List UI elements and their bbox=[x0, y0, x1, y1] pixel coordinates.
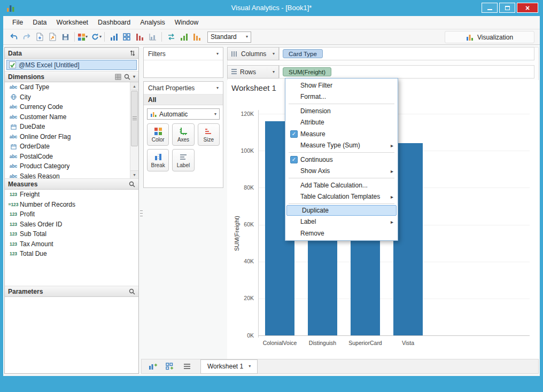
undo-button[interactable] bbox=[7, 31, 20, 43]
swap-axes-icon bbox=[167, 33, 175, 41]
sheet-sorter-button[interactable] bbox=[181, 363, 193, 370]
new-dashboard-button[interactable] bbox=[164, 363, 176, 370]
menu-analysis[interactable]: Analysis bbox=[135, 17, 170, 28]
maximize-button[interactable] bbox=[499, 3, 515, 13]
scroll-down-icon[interactable]: ▼ bbox=[130, 170, 138, 178]
measure-sub-total[interactable]: 123Sub Total bbox=[5, 229, 138, 239]
menu-item-duplicate[interactable]: Duplicate bbox=[286, 205, 397, 216]
descending-bars-button[interactable] bbox=[133, 31, 146, 43]
menu-separator bbox=[289, 104, 394, 104]
dropdown-caret-icon: ▾ bbox=[86, 35, 88, 39]
measure-sales-order-id[interactable]: 123Sales Order ID bbox=[5, 219, 138, 230]
refresh-data-button[interactable]: ▾ bbox=[91, 33, 102, 41]
swap-axes-button[interactable] bbox=[165, 31, 177, 43]
measure-profit[interactable]: 123Profit bbox=[5, 209, 138, 219]
scroll-up-icon[interactable]: ▲ bbox=[130, 82, 138, 90]
menu-item-label[interactable]: Label▸ bbox=[285, 216, 398, 228]
rows-icon bbox=[231, 69, 237, 75]
menu-item-attribute[interactable]: Attribute bbox=[285, 117, 398, 129]
view-data-table-icon[interactable] bbox=[115, 74, 121, 80]
rows-shelf[interactable]: SUM(Freight) bbox=[279, 65, 534, 79]
pill-card-type[interactable]: Card Type bbox=[283, 49, 323, 58]
search-icon[interactable] bbox=[129, 288, 135, 295]
menu-item-add-table-calculation[interactable]: Add Table Calculation... bbox=[285, 179, 398, 191]
open-button[interactable] bbox=[46, 31, 59, 43]
redo-button[interactable] bbox=[20, 31, 33, 43]
dropdown-caret-icon[interactable]: ▾ bbox=[133, 75, 135, 79]
abc-icon: abc bbox=[10, 163, 18, 169]
label-button[interactable]: Label bbox=[172, 149, 194, 171]
measure-tax-amount[interactable]: 123Tax Amount bbox=[5, 239, 138, 249]
size-button[interactable]: Size bbox=[198, 123, 220, 146]
pill-sum-freight[interactable]: SUM(Freight) bbox=[283, 67, 331, 76]
sort-ascending-button[interactable] bbox=[177, 31, 190, 43]
dimension-city[interactable]: City bbox=[5, 92, 138, 103]
save-button[interactable] bbox=[59, 31, 72, 43]
swap-data-source-icon[interactable] bbox=[130, 50, 135, 57]
chart-properties-card: Chart Properties ▾ All Automatic ▾ Color… bbox=[143, 81, 223, 188]
chart-properties-header[interactable]: Chart Properties ▾ bbox=[144, 82, 223, 95]
dimension-online-order-flag[interactable]: abcOnline Order Flag bbox=[5, 132, 138, 142]
grid-view-icon bbox=[123, 33, 130, 41]
close-button[interactable]: × bbox=[517, 3, 538, 13]
panel-splitter-handle[interactable] bbox=[139, 201, 143, 225]
menu-item-show-axis[interactable]: Show Axis▸ bbox=[285, 166, 398, 177]
filters-header[interactable]: Filters ▾ bbox=[144, 48, 223, 60]
visualization-button[interactable]: Visualization bbox=[445, 31, 534, 43]
worksheet-tab[interactable]: Worksheet 1 ▾ bbox=[200, 359, 258, 374]
sort-descending-button[interactable] bbox=[190, 31, 203, 43]
menu-item-measure[interactable]: ✓Measure bbox=[285, 128, 398, 140]
dimension-sales-reason[interactable]: abcSales Reason bbox=[5, 171, 138, 179]
break-button[interactable]: Break bbox=[147, 149, 169, 171]
dimensions-scrollbar[interactable]: ▲ ▼ bbox=[130, 82, 138, 178]
menu-item-table-calculation-templates[interactable]: Table Calculation Templates▸ bbox=[285, 191, 398, 203]
dimension-currency-code[interactable]: abcCurrency Code bbox=[5, 102, 138, 112]
new-worksheet-button[interactable] bbox=[147, 363, 159, 370]
menu-file[interactable]: File bbox=[7, 17, 28, 28]
menu-item-format[interactable]: Format... bbox=[285, 91, 398, 103]
axes-bars-icon bbox=[149, 33, 157, 41]
scrollbar-thumb[interactable] bbox=[131, 91, 138, 146]
y-tick-label: 80K bbox=[227, 184, 254, 191]
new-workbook-button[interactable] bbox=[33, 31, 46, 43]
dimension-orderdate[interactable]: OrderDate bbox=[5, 142, 138, 152]
grid-view-button[interactable] bbox=[120, 31, 133, 43]
toolbar-separator bbox=[104, 32, 105, 42]
measure-number-of-records[interactable]: =123Number of Records bbox=[5, 200, 138, 210]
dimension-product-category[interactable]: abcProduct Category bbox=[5, 161, 138, 171]
menu-item-remove[interactable]: Remove bbox=[285, 228, 398, 239]
new-worksheet-icon bbox=[149, 363, 158, 370]
menu-dashboard[interactable]: Dashboard bbox=[93, 17, 135, 28]
search-icon[interactable] bbox=[129, 181, 135, 187]
dimension-card-type[interactable]: abcCard Type bbox=[5, 82, 138, 92]
dimension-duedate[interactable]: DueDate bbox=[5, 122, 138, 132]
menu-data[interactable]: Data bbox=[28, 17, 51, 28]
mark-type-select[interactable]: Automatic ▾ bbox=[147, 108, 220, 120]
dimension-postalcode[interactable]: abcPostalCode bbox=[5, 152, 138, 162]
format-workbook-button[interactable]: ▾ bbox=[77, 33, 88, 41]
view-mode-select[interactable]: Standard ▾ bbox=[207, 32, 251, 43]
measure-freight[interactable]: 123Freight bbox=[5, 190, 138, 200]
menu-item-dimension[interactable]: Dimension bbox=[285, 105, 398, 117]
color-button[interactable]: Color bbox=[147, 123, 169, 146]
ascending-bars-button[interactable] bbox=[107, 31, 120, 43]
minimize-button[interactable] bbox=[482, 3, 498, 13]
data-source-item[interactable]: @MS Excel [Untitled] bbox=[6, 60, 137, 70]
axes-button[interactable]: Axes bbox=[172, 123, 194, 146]
menu-item-measure-type-sum[interactable]: Measure Type (Sum)▸ bbox=[285, 140, 398, 152]
redo-icon bbox=[22, 33, 32, 41]
columns-shelf-label[interactable]: Columns ▾ bbox=[227, 47, 279, 60]
columns-shelf[interactable]: Card Type bbox=[279, 47, 534, 60]
measure-total-due[interactable]: 123Total Due bbox=[5, 249, 138, 259]
data-source-check-icon bbox=[9, 61, 16, 68]
rows-shelf-label[interactable]: Rows ▾ bbox=[227, 65, 279, 79]
dimension-customer-name[interactable]: abcCustomer Name bbox=[5, 112, 138, 122]
data-source-list: @MS Excel [Untitled] bbox=[5, 59, 138, 71]
menu-item-show-filter[interactable]: Show Filter bbox=[285, 80, 398, 91]
axes-bars-button[interactable] bbox=[146, 31, 159, 43]
menu-worksheet[interactable]: Worksheet bbox=[52, 17, 94, 28]
menu-item-continuous[interactable]: ✓Continuous bbox=[285, 154, 398, 166]
search-icon[interactable] bbox=[124, 74, 130, 80]
visual-analytics-window: { "window": { "title": "Visual Analytics… bbox=[0, 0, 543, 392]
menu-window[interactable]: Window bbox=[170, 17, 203, 28]
